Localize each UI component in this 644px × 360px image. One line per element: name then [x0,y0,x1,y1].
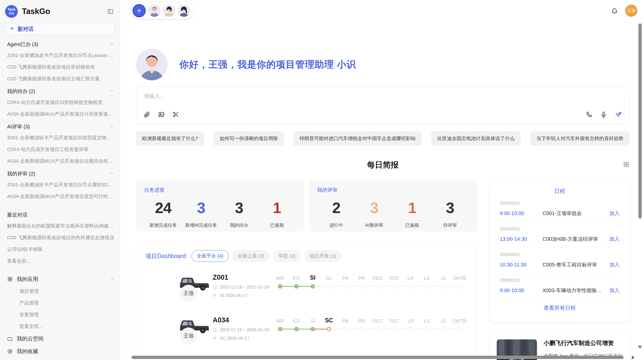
list-item[interactable]: A034-全新新能源MUV产品开发项目造型可行性评审 [5,191,117,202]
section-ai-review[interactable]: AI评审 (3) [5,120,117,132]
milestone-label: MR [272,274,288,281]
list-item[interactable]: 解释最新出台的欧盟报废车法规再生塑料比例被调至15%... [5,220,117,232]
list-item[interactable]: C0X4-动力总成开发项目工程变更评审 [5,144,117,155]
sidebar-item-cloud-space[interactable]: 我的云空间 [5,332,117,345]
image-icon[interactable] [158,111,165,119]
view-all-schedule-link[interactable]: 查看所有日程 [499,304,620,311]
project-row[interactable]: 王强 A034 2023-12-19 ~ 2026-01-19 [145,316,468,347]
join-link[interactable]: 加入 [609,287,620,294]
tab-new-body[interactable]: 全新上装 (3) [232,250,270,262]
layout-grid-icon[interactable] [623,161,630,169]
section-my-review[interactable]: 我的评审 (2) [5,167,117,179]
milestone-label: SC [321,274,337,281]
list-item[interactable]: Z001-全新燃油轻卡产品开发项目SI造型提交物评审 [5,132,117,144]
milestone-label: PA [337,316,354,324]
mic-icon[interactable] [600,111,607,119]
flag-icon [213,336,217,341]
sidebar-item-favorites[interactable]: 我的收藏 [5,345,117,358]
suggestion-chip[interactable]: 比亚迪全固态电池计划具体说了什么 [431,131,521,146]
bell-icon[interactable] [611,7,618,14]
scissors-icon[interactable] [172,111,179,119]
new-chat-button[interactable]: 新对话 [5,23,115,35]
project-dashboard-card: 项目Dashboard 全新平台 (4) 全新上装 (3) 年型 (2) 动总开… [136,242,477,360]
sidebar-item-my-apps[interactable]: 我的应用 [5,273,117,286]
project-media: 王强 [178,274,212,305]
app-root: Task Go TaskGo 新对话 Agent已办 (3) Z001-全新燃油… [0,0,644,360]
join-link[interactable]: 加入 [609,236,620,243]
horizontal-scrollbar-thumb[interactable] [131,356,624,359]
stat-value: 3 [431,199,469,217]
list-item[interactable]: Z001-全新燃油皮卡产品开发项目SI节点Lesson Learn报告 [5,50,117,61]
clock-icon [213,328,217,332]
scroll-right-arrow[interactable] [632,355,635,359]
user-avatar[interactable]: 王强 [625,5,637,17]
join-link[interactable]: 加入 [609,261,620,268]
sidebar-collapse-icon[interactable] [107,8,114,15]
tab-model-year[interactable]: 年型 (2) [273,250,301,262]
milestone-dot [408,284,413,289]
list-item[interactable]: Z001-全新燃油轻卡产品开发项目SI节点属性5D文件评审 [5,179,117,191]
project-row[interactable] [145,359,468,360]
avatar[interactable] [163,5,175,17]
section-agent-done[interactable]: Agent已办 (3) [5,38,117,50]
suggestion-chips: 欧洲新规最近颁布了什么? 如何写一份清晰的项目周报 特朗普可能对进口汽车增税会对… [136,131,630,146]
sidebar-item-product-mgmt[interactable]: 产品管理 [5,297,117,309]
date-range: 2023-12-19 ~ 2027-01-19 [220,285,269,290]
project-row[interactable]: 王强 Z001 2023-12-19 ~ 2027-01-19 [145,274,468,305]
section-title: 我的待办 (2) [7,88,35,95]
add-agent-button[interactable] [133,4,146,17]
chat-input[interactable] [143,93,479,99]
suggestion-chip[interactable]: 当下年轻人对汽车外观有怎样的喜好趋势 [530,131,630,146]
phone-icon[interactable] [586,111,593,119]
section-title: Agent已办 (3) [7,41,38,48]
stat: 3 待评审 [431,199,469,228]
section-my-todo[interactable]: 我的待办 (2) [5,85,117,97]
schedule-name: C001-立项审批会 [543,210,606,217]
list-item[interactable]: A034-全新新能源MUV产品开发项目计划变更表编写 [5,108,117,120]
paperclip-icon[interactable] [143,111,150,119]
stat: 1 已逾期 [258,199,296,228]
milestone: OKTB [451,316,468,331]
scroll-down-arrow[interactable] [638,346,642,349]
stats-row: 任务进度 24 新增完成任务 3 新增AI完成任务 [136,179,477,232]
suggestion-chip[interactable]: 如何写一份清晰的项目周报 [214,131,284,146]
milestone-dot [327,327,331,331]
list-item[interactable]: C02-飞腾新能源轻客改款项目立项汇报方案 [5,73,117,85]
milestone: OKTB [451,274,468,289]
date-range: 2023-12-19 ~ 2026-01-19 [220,327,269,333]
chat-composer [136,86,630,125]
main-area: 王强 你好，王强，我是你的项目管理助理 小识 [120,0,644,360]
milestone-label: PEC [370,274,386,281]
schedule-date: 2025/03/11 [500,227,620,231]
view-all-link[interactable]: 查看全部... [5,255,117,267]
milestone-label: OKTB [451,274,468,281]
schedule-name: C003|H0B-方案冻结评审 [543,236,606,243]
tab-new-platform[interactable]: 全新平台 (4) [192,250,229,262]
suggestion-chip[interactable]: 欧洲新规最近颁布了什么? [136,131,204,146]
agent-avatar-group [131,3,194,19]
owner-badge: 王强 [180,327,197,344]
list-item[interactable]: C0X4-动力总成开发项目SI里程碑提交物检查 [5,97,117,108]
milestone-dot [392,284,397,289]
suggestion-chip[interactable]: 特朗普可能对进口汽车增税会对中国车企造成哪些影响 [294,131,422,146]
sidebar-item-project-mgmt[interactable]: 项目管理 [5,286,117,297]
project-flag: SI-2025-05-17 [213,293,272,298]
list-item[interactable]: C02-飞腾新能源轻客改款项目里程碑画布 [5,61,117,73]
milestone-date: SI-2025-05-17 [220,293,247,298]
list-item[interactable]: A034-全新新能源MUV产品开发项目法规符合性评审 [5,155,117,167]
vertical-scrollbar-thumb[interactable] [638,23,642,219]
join-link[interactable]: 加入 [609,210,620,217]
schedule-item: 2025/03/11 9:00-10:00 X003-车辆动力学性能验... 加… [499,274,620,299]
avatar[interactable] [178,5,190,17]
list-item[interactable]: 公司Q3轻卡销量 [5,244,117,255]
list-item[interactable]: C02-飞腾新能源轻客改款项目的闭环通告反馈情况 [5,232,117,244]
stat-label: 进行中 [317,222,355,228]
schedule-title: 日程 [499,186,620,197]
avatar[interactable] [148,5,160,17]
tab-powertrain[interactable]: 动总开发 (1) [304,250,342,262]
sidebar-item-change-mgmt[interactable]: 变更管理 [5,309,117,321]
view-all-link[interactable]: 查看全部... [5,321,117,332]
send-icon[interactable] [615,111,622,119]
stat-list: 24 新增完成任务 3 新增AI完成任务 3 我的待办 [144,199,296,228]
milestone-dot [376,284,380,289]
